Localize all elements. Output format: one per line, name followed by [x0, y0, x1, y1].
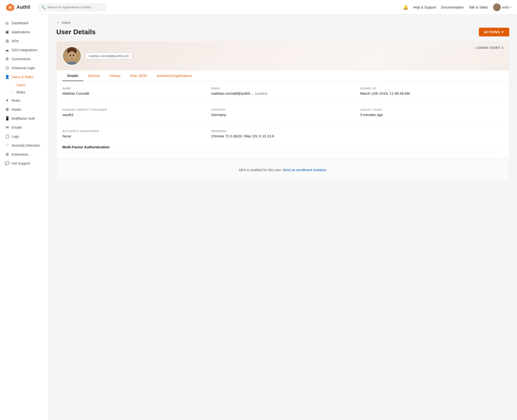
mfa-status-text: MFA is enabled for this user.: [239, 168, 282, 172]
chevron-down-icon: ▾: [510, 6, 511, 8]
detail-accounts: ACCOUNTS ASSOCIATED None: [62, 130, 205, 138]
tab-authorized-apps[interactable]: Authorized Applications: [152, 70, 197, 81]
bell-icon[interactable]: 🔔: [403, 5, 408, 10]
sidebar-label-apis: APIs: [12, 39, 19, 43]
detail-value-accounts: None: [62, 134, 205, 138]
rules-icon: ✦: [5, 98, 9, 103]
sidebar-item-anomaly[interactable]: ♡ Anomaly Detection: [0, 141, 48, 150]
sidebar-label-sso: SSO Integrations: [12, 48, 38, 52]
sidebar-item-dashboard[interactable]: ◎ Dashboard: [0, 18, 48, 27]
detail-value-country: Germany: [211, 113, 354, 117]
sidebar-item-rules[interactable]: ✦ Rules: [0, 96, 48, 105]
section-divider-1: [62, 102, 503, 102]
sidebar-item-universal-login[interactable]: ⊡ Universal Login: [0, 63, 48, 72]
detail-email: EMAIL mathias.conradt@auth0.... (verifie…: [211, 87, 354, 95]
detail-label-accounts: ACCOUNTS ASSOCIATED: [62, 130, 205, 133]
sidebar-item-sso[interactable]: ☁ SSO Integrations: [0, 45, 48, 54]
detail-value-signed-up: March 12th 2019, 11:46:28 AM: [360, 91, 503, 95]
sidebar-label-emails: Emails: [12, 126, 22, 129]
sidebar-item-hooks[interactable]: ✿ Hooks: [0, 105, 48, 114]
avatar: [493, 3, 501, 11]
actions-button[interactable]: ACTIONS ▼: [479, 28, 509, 36]
sidebar-item-support[interactable]: 💬 Get Support: [0, 159, 48, 168]
sidebar-item-applications[interactable]: ▣ Applications: [0, 27, 48, 36]
detail-value-email: mathias.conradt@auth0.... (verified): [211, 91, 354, 95]
svg-point-9: [71, 57, 73, 58]
sidebar-label-users: Users: [17, 83, 25, 87]
tab-details[interactable]: Details: [62, 70, 83, 81]
logo[interactable]: A Auth0: [6, 3, 30, 12]
talk-to-sales-link[interactable]: Talk to Sales: [469, 5, 488, 9]
detail-value-name: Mathias Conradt: [62, 91, 205, 95]
email-value: mathias.conradt@auth0....: [211, 91, 254, 95]
search-bar[interactable]: 🔍: [38, 4, 106, 11]
search-input[interactable]: [47, 5, 103, 9]
user-menu[interactable]: enid ▾: [493, 3, 511, 11]
search-icon: 🔍: [41, 5, 45, 9]
sidebar-item-emails[interactable]: ✉ Emails: [0, 123, 48, 132]
main-content: ← Users User Details ACTIONS ▼ LOGINS CO…: [49, 15, 517, 420]
hooks-icon: ✿: [5, 107, 9, 112]
universal-login-icon: ⊡: [5, 66, 9, 70]
connections-icon: ⚙: [5, 57, 9, 61]
anomaly-icon: ♡: [5, 143, 9, 148]
email-badge: mathias.conradt@auth0.com: [85, 53, 132, 59]
help-support-link[interactable]: Help & Support: [413, 5, 436, 9]
mfa-divider: [62, 152, 503, 152]
page-title: User Details: [56, 28, 96, 36]
sidebar-label-anomaly: Anomaly Detection: [12, 143, 40, 147]
details-section: NAME Mathias Conradt EMAIL mathias.conra…: [56, 81, 509, 158]
user-avatar-large: [62, 46, 82, 66]
avatar-face: [493, 3, 501, 11]
username: enid: [502, 5, 509, 9]
logo-text: Auth0: [17, 4, 30, 10]
detail-signed-up: SIGNED UP March 12th 2019, 11:46:28 AM: [360, 87, 503, 95]
enrollment-invitation-link[interactable]: Send an enrollment invitation: [283, 168, 327, 172]
detail-label-signed-up: SIGNED UP: [360, 87, 503, 90]
arrow-users-icon: →: [12, 83, 15, 87]
sso-icon: ☁: [5, 48, 9, 52]
detail-label-email: EMAIL: [211, 87, 354, 90]
users-roles-icon: 👤: [5, 75, 9, 79]
user-profile: mathias.conradt@auth0.com: [62, 46, 503, 66]
detail-idp: PRIMARY IDENTITY PROVIDER oauth2: [62, 108, 205, 117]
page-header: User Details ACTIONS ▼: [56, 28, 509, 36]
sidebar-item-users[interactable]: → Users: [12, 81, 48, 89]
detail-latest-login: LATEST LOGIN 3 minutes ago: [360, 108, 503, 117]
sidebar-item-mfa[interactable]: 📱 Multifactor Auth: [0, 114, 48, 123]
sidebar-label-support: Get Support: [12, 161, 30, 165]
sidebar-item-apis[interactable]: ⊞ APIs: [0, 36, 48, 45]
nav-right: 🔔 Help & Support Documentation Talk to S…: [403, 3, 511, 11]
arrow-roles-icon: →: [12, 91, 15, 94]
details-grid-row2: PRIMARY IDENTITY PROVIDER oauth2 COUNTRY…: [62, 108, 503, 117]
documentation-link[interactable]: Documentation: [441, 5, 464, 9]
sidebar-label-dashboard: Dashboard: [12, 21, 28, 25]
breadcrumb[interactable]: ← Users: [56, 20, 509, 25]
sidebar-item-roles[interactable]: → Roles: [12, 89, 48, 96]
logs-icon: 📋: [5, 134, 9, 139]
sidebar-label-applications: Applications: [12, 30, 30, 34]
support-icon: 💬: [5, 161, 9, 166]
sidebar-item-users-roles[interactable]: 👤 Users & Roles: [0, 72, 48, 81]
detail-value-idp: oauth2: [62, 113, 205, 117]
mfa-title: Multi-Factor Authentication: [62, 145, 503, 149]
svg-point-7: [70, 55, 71, 56]
details-grid-row1: NAME Mathias Conradt EMAIL mathias.conra…: [62, 87, 503, 95]
tab-raw-json[interactable]: Raw JSON: [125, 70, 152, 81]
sidebar-label-roles: Roles: [17, 90, 25, 94]
tab-history[interactable]: History: [105, 70, 125, 81]
tab-devices[interactable]: Devices: [83, 70, 105, 81]
svg-point-10: [67, 55, 69, 57]
detail-label-name: NAME: [62, 87, 205, 90]
sidebar-label-logs: Logs: [12, 134, 19, 138]
sidebar-item-logs[interactable]: 📋 Logs: [0, 132, 48, 141]
sidebar-item-connections[interactable]: ⚙ Connections: [0, 54, 48, 63]
sidebar-item-extensions[interactable]: ⊞ Extensions: [0, 150, 48, 159]
dashboard-icon: ◎: [5, 21, 9, 25]
back-arrow-icon: ←: [56, 20, 60, 25]
logins-count: LOGINS COUNT: 3: [476, 46, 503, 50]
layout: ◎ Dashboard ▣ Applications ⊞ APIs ☁ SSO …: [0, 15, 517, 420]
sidebar: ◎ Dashboard ▣ Applications ⊞ APIs ☁ SSO …: [0, 15, 49, 420]
emails-icon: ✉: [5, 125, 9, 130]
mfa-content: MFA is enabled for this user. Send an en…: [56, 158, 509, 182]
